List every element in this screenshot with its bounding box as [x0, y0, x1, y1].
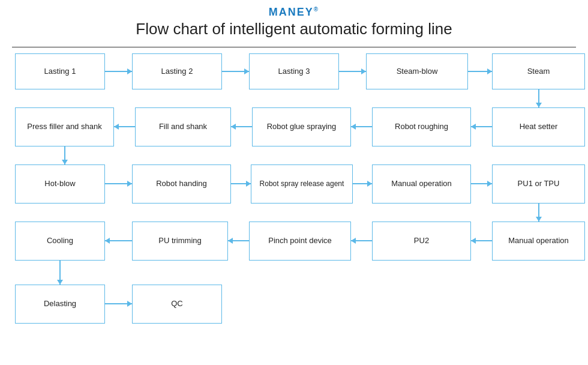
- arrow-pp-put: [228, 240, 249, 241]
- box-pu2: PU2: [372, 222, 471, 261]
- arrow-l2-l3: [222, 71, 249, 72]
- arrow-hs-rr: [471, 126, 492, 127]
- flowchart: Lasting 1 Lasting 2 Lasting 3 Steam-blow…: [12, 53, 576, 359]
- arrow-del-qc: [105, 303, 132, 304]
- box-fill-shank: Fill and shank: [135, 107, 231, 146]
- header: MANEY® Flow chart of intelligent automat…: [12, 6, 576, 38]
- box-press-filler: Press filler and shank: [15, 107, 114, 146]
- arrow-rr-rg: [351, 126, 372, 127]
- box-heat-setter: Heat setter: [492, 107, 585, 146]
- box-pu1-tpu: PU1 or TPU: [492, 164, 585, 204]
- arrow-l3-sb: [339, 71, 366, 72]
- box-lasting1: Lasting 1: [15, 53, 105, 89]
- box-lasting3: Lasting 3: [249, 53, 339, 89]
- arrow-sb-steam: [468, 71, 492, 72]
- box-robot-roughing: Robot roughing: [372, 107, 471, 146]
- box-manual-op1: Manual operation: [372, 164, 471, 204]
- arrow-pu1-mo2: [538, 204, 539, 222]
- box-qc: QC: [132, 285, 222, 324]
- page-title: Flow chart of intelligent automatic form…: [12, 20, 576, 38]
- box-steam-blow: Steam-blow: [366, 53, 468, 89]
- arrow-l1-l2: [105, 71, 132, 72]
- box-robot-glue: Robot glue spraying: [252, 107, 351, 146]
- page: MANEY® Flow chart of intelligent automat…: [0, 0, 588, 365]
- arrow-pu2-pp: [351, 240, 372, 241]
- arrow-steam-hs: [538, 89, 539, 107]
- brand-text: MANEY: [269, 6, 314, 18]
- arrow-mo1-pu1: [471, 183, 492, 184]
- box-hot-blow: Hot-blow: [15, 164, 105, 204]
- arrow-mo2-pu2: [471, 240, 492, 241]
- arrow-rg-fs: [231, 126, 252, 127]
- box-pinch-point: Pinch point device: [249, 222, 351, 261]
- box-robot-spray: Robot spray release agent: [251, 164, 353, 204]
- box-cooling: Cooling: [15, 222, 105, 261]
- box-delasting: Delasting: [15, 285, 105, 324]
- arrow-hb-rh: [105, 183, 132, 184]
- arrow-cool-del: [59, 261, 61, 285]
- arrow-rh-rs: [231, 183, 251, 184]
- box-robot-handing: Robot handing: [132, 164, 231, 204]
- box-steam: Steam: [492, 53, 585, 89]
- divider: [12, 47, 576, 47]
- arrow-put-cool: [105, 240, 132, 241]
- arrow-fs-pf: [114, 126, 135, 127]
- arrow-rs-mo1: [353, 183, 372, 184]
- arrow-pf-hb: [64, 146, 65, 164]
- brand: MANEY®: [12, 6, 576, 19]
- box-lasting2: Lasting 2: [132, 53, 222, 89]
- box-pu-trimming: PU trimming: [132, 222, 228, 261]
- box-manual-op2: Manual operation: [492, 222, 585, 261]
